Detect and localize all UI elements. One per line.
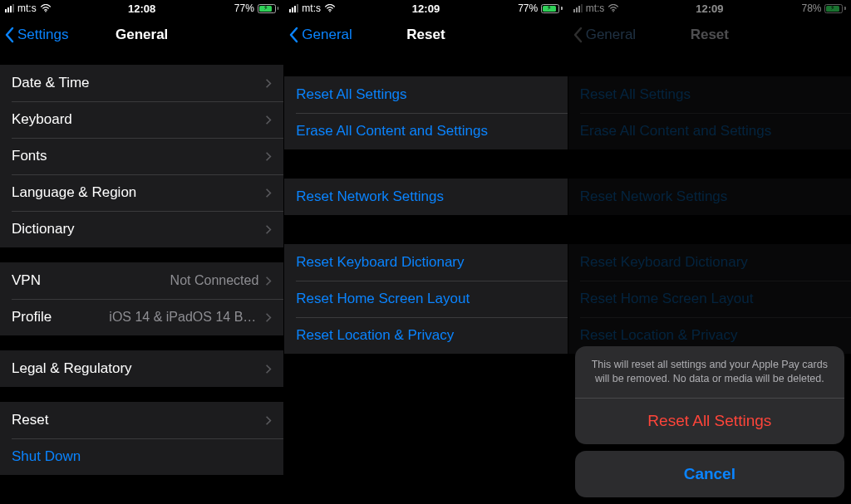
- reset-group: Reset Keyboard DictionaryReset Home Scre…: [284, 244, 567, 354]
- nav-bar: Settings General: [0, 17, 283, 53]
- chevron-right-icon: [265, 276, 272, 286]
- chevron-right-icon: [265, 312, 272, 323]
- reset-option[interactable]: Erase All Content and Settings: [284, 113, 567, 149]
- settings-row[interactable]: VPNNot Connected: [0, 262, 283, 299]
- row-label: Date & Time: [12, 75, 265, 91]
- svg-point-0: [45, 11, 47, 12]
- chevron-left-icon: [289, 27, 299, 43]
- settings-row[interactable]: ProfileiOS 14 & iPadOS 14 Beta Softwar..…: [0, 299, 283, 335]
- reset-content: Reset All SettingsErase All Content and …: [284, 53, 567, 504]
- row-detail: Not Connected: [170, 273, 259, 288]
- chevron-right-icon: [265, 115, 272, 125]
- back-label: General: [302, 27, 352, 43]
- settings-group: VPNNot ConnectedProfileiOS 14 & iPadOS 1…: [0, 262, 283, 335]
- back-button[interactable]: Settings: [5, 27, 68, 43]
- back-label: Settings: [17, 27, 68, 43]
- settings-group: Legal & Regulatory: [0, 350, 283, 387]
- nav-bar: General Reset: [284, 17, 567, 53]
- chevron-right-icon: [265, 415, 272, 426]
- chevron-right-icon: [265, 364, 272, 374]
- pane-reset: mt:s 12:09 77% ⚡︎ General Reset Reset Al…: [283, 0, 567, 504]
- settings-row[interactable]: Date & Time: [0, 65, 283, 101]
- reset-option[interactable]: Reset Home Screen Layout: [284, 281, 567, 317]
- cancel-button[interactable]: Cancel: [575, 451, 844, 497]
- signal-bars-icon: [289, 4, 298, 12]
- chevron-right-icon: [265, 151, 272, 162]
- reset-option-label: Reset Network Settings: [296, 188, 444, 205]
- chevron-right-icon: [265, 224, 272, 235]
- settings-group: ResetShut Down: [0, 402, 283, 475]
- reset-option-label: Reset Home Screen Layout: [296, 291, 470, 307]
- action-sheet-card: This will reset all settings and your Ap…: [575, 346, 844, 444]
- carrier-label: mt:s: [17, 2, 37, 14]
- back-button[interactable]: General: [289, 27, 352, 43]
- wifi-icon: [324, 4, 336, 12]
- nav-title: General: [116, 27, 168, 43]
- row-label: Fonts: [12, 148, 265, 164]
- settings-row[interactable]: Reset: [0, 402, 283, 438]
- settings-row[interactable]: Language & Region: [0, 174, 283, 211]
- svg-point-1: [329, 11, 331, 12]
- reset-option-label: Erase All Content and Settings: [296, 123, 488, 139]
- battery-percent: 77%: [518, 2, 538, 14]
- status-time: 12:09: [412, 2, 440, 15]
- pane-general: mt:s 12:08 77% ⚡︎ Settings General Date …: [0, 0, 283, 504]
- row-label: Profile: [12, 309, 109, 325]
- action-sheet-message: This will reset all settings and your Ap…: [575, 346, 844, 398]
- settings-row[interactable]: Legal & Regulatory: [0, 350, 283, 387]
- settings-row[interactable]: Fonts: [0, 138, 283, 174]
- reset-option-label: Reset Location & Privacy: [296, 327, 454, 344]
- carrier-label: mt:s: [302, 2, 321, 14]
- row-label: Legal & Regulatory: [12, 360, 265, 377]
- signal-bars-icon: [5, 4, 14, 12]
- row-label: VPN: [12, 272, 170, 289]
- reset-option[interactable]: Reset Network Settings: [284, 179, 567, 215]
- settings-row[interactable]: Keyboard: [0, 101, 283, 138]
- reset-option-label: Reset Keyboard Dictionary: [296, 254, 464, 271]
- battery-percent: 77%: [234, 2, 254, 14]
- row-label: Language & Region: [12, 184, 265, 201]
- status-time: 12:08: [128, 2, 155, 15]
- settings-row[interactable]: Dictionary: [0, 211, 283, 247]
- settings-group: Date & TimeKeyboardFontsLanguage & Regio…: [0, 65, 283, 247]
- wifi-icon: [40, 4, 52, 12]
- battery-icon: ⚡︎: [258, 4, 279, 13]
- pane-reset-sheet: mt:s 12:09 78% ⚡︎ General Reset Reset Al…: [568, 0, 851, 504]
- row-label: Reset: [12, 412, 265, 428]
- reset-option[interactable]: Reset Keyboard Dictionary: [284, 244, 567, 281]
- reset-option[interactable]: Reset Location & Privacy: [284, 317, 567, 354]
- action-sheet: This will reset all settings and your Ap…: [575, 346, 844, 497]
- reset-option-label: Reset All Settings: [296, 86, 406, 103]
- row-detail: iOS 14 & iPadOS 14 Beta Softwar...: [109, 310, 258, 325]
- row-label: Shut Down: [12, 448, 272, 465]
- reset-option[interactable]: Reset All Settings: [284, 76, 567, 113]
- settings-content: Date & TimeKeyboardFontsLanguage & Regio…: [0, 53, 283, 504]
- row-label: Dictionary: [12, 221, 265, 237]
- status-bar: mt:s 12:09 77% ⚡︎: [284, 0, 567, 17]
- status-bar: mt:s 12:08 77% ⚡︎: [0, 0, 283, 17]
- chevron-left-icon: [5, 27, 15, 43]
- reset-group: Reset Network Settings: [284, 179, 567, 215]
- settings-row[interactable]: Shut Down: [0, 438, 283, 475]
- row-label: Keyboard: [12, 111, 265, 128]
- nav-title: Reset: [406, 27, 445, 43]
- battery-icon: ⚡︎: [541, 4, 563, 13]
- chevron-right-icon: [265, 188, 272, 198]
- reset-all-settings-button[interactable]: Reset All Settings: [575, 398, 844, 444]
- chevron-right-icon: [265, 78, 272, 89]
- reset-group: Reset All SettingsErase All Content and …: [284, 76, 567, 149]
